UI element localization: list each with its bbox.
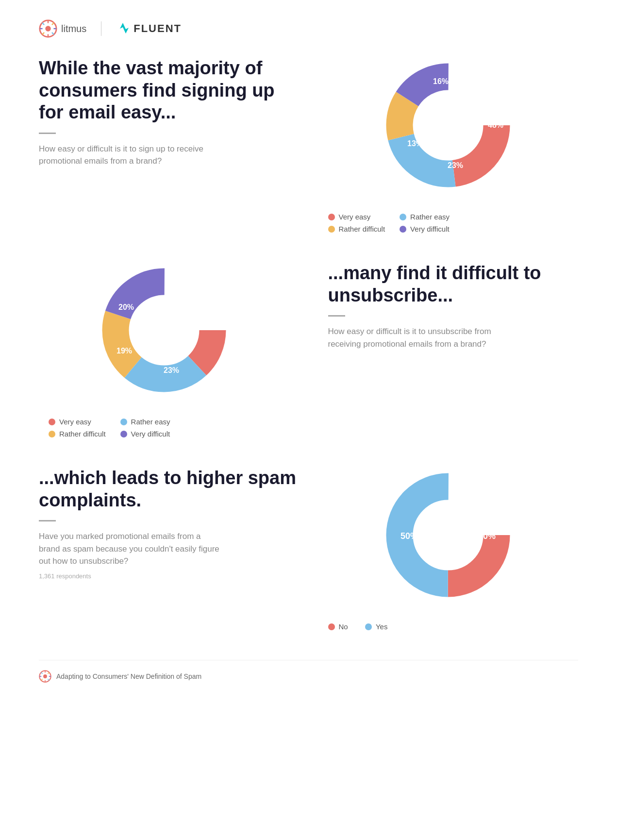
section2-title: ...many find it difficult to unsubscribe… <box>328 262 579 306</box>
svg-line-15 <box>48 679 49 680</box>
label-very-easy: 48% <box>488 121 503 129</box>
section3-legend: No Yes <box>318 622 388 631</box>
legend-rather-difficult: Rather difficult <box>328 225 385 233</box>
section3-question: Have you marked promotional emails from … <box>39 530 223 568</box>
legend-rather-easy-label: Rather easy <box>410 213 450 221</box>
legend2-rather-difficult-label: Rather difficult <box>59 430 106 438</box>
fluent-label: FLUENT <box>133 22 182 35</box>
dot2-very-easy <box>49 419 55 425</box>
label2-rather-easy: 23% <box>164 366 179 374</box>
legend3-yes: Yes <box>365 622 387 631</box>
footer: Adapting to Consumers' New Definition of… <box>39 660 578 683</box>
page: litmus FLUENT While the vast majority of… <box>0 0 617 840</box>
dot-very-difficult <box>400 226 406 233</box>
litmus-label: litmus <box>61 23 86 34</box>
label-rather-difficult: 13% <box>407 139 423 148</box>
legend2-very-difficult-label: Very difficult <box>131 430 170 438</box>
footer-litmus-icon <box>39 670 51 683</box>
legend-very-easy: Very easy <box>328 213 385 221</box>
svg-point-20 <box>43 674 47 678</box>
legend3-no: No <box>328 622 350 631</box>
label3-no: 50% <box>400 531 418 541</box>
fluent-logo: FLUENT <box>116 22 182 35</box>
section1-donut-svg: 48% 23% 13% 16% <box>380 57 516 193</box>
legend-very-difficult: Very difficult <box>400 225 457 233</box>
svg-line-6 <box>42 33 44 34</box>
section1: While the vast majority of consumers fin… <box>39 57 578 233</box>
litmus-icon <box>39 19 57 38</box>
section2-divider <box>328 315 345 317</box>
section1-divider <box>39 133 56 134</box>
label-rather-easy: 23% <box>448 161 463 169</box>
footer-text: Adapting to Consumers' New Definition of… <box>56 672 201 680</box>
logo-divider <box>101 21 101 36</box>
legend2-very-easy-label: Very easy <box>59 418 91 426</box>
section2-donut: 38% 23% 19% 20% <box>96 262 232 398</box>
section3-text: ...which leads to higher spam complaints… <box>39 467 318 580</box>
footer-branding: Adapting to Consumers' New Definition of… <box>39 670 201 683</box>
dot3-yes <box>365 623 372 630</box>
svg-line-13 <box>48 672 49 674</box>
section2-donut-svg: 38% 23% 19% 20% <box>96 262 232 398</box>
svg-point-9 <box>45 26 50 31</box>
svg-marker-10 <box>120 23 129 34</box>
legend2-very-easy: Very easy <box>49 418 106 426</box>
section3-donut-svg: 50% 50% <box>380 467 516 603</box>
donut-hole <box>418 95 478 155</box>
section3-chart-area: 50% 50% No Yes <box>318 467 579 631</box>
label3-yes: 50% <box>478 531 496 541</box>
label2-very-difficult: 20% <box>118 303 134 311</box>
legend-rather-difficult-label: Rather difficult <box>339 225 385 233</box>
header: litmus FLUENT <box>39 19 578 38</box>
svg-line-8 <box>42 23 44 25</box>
section1-legend: Very easy Rather easy Rather difficult V… <box>318 213 457 233</box>
litmus-logo: litmus <box>39 19 86 38</box>
label2-rather-difficult: 19% <box>117 347 132 355</box>
svg-line-19 <box>41 672 43 674</box>
dot-rather-difficult <box>328 226 335 233</box>
section3-respondents: 1,361 respondents <box>39 572 299 580</box>
dot-very-easy <box>328 214 335 220</box>
svg-line-4 <box>52 33 54 34</box>
svg-line-2 <box>52 23 54 25</box>
dot2-rather-difficult <box>49 431 55 437</box>
section2-text: ...many find it difficult to unsubscribe… <box>309 262 579 350</box>
section3-donut: 50% 50% <box>380 467 516 603</box>
legend-rather-easy: Rather easy <box>400 213 457 221</box>
legend-very-easy-label: Very easy <box>339 213 371 221</box>
dot2-rather-easy <box>120 419 127 425</box>
section3: ...which leads to higher spam complaints… <box>39 467 578 631</box>
legend3-yes-label: Yes <box>376 622 387 631</box>
dot2-very-difficult <box>120 431 127 437</box>
section2-chart-area: 38% 23% 19% 20% Very easy Rather easy R <box>39 262 309 438</box>
section3-title: ...which leads to higher spam complaints… <box>39 467 299 511</box>
dot3-no <box>328 623 335 630</box>
legend2-rather-easy: Rather easy <box>120 418 178 426</box>
section1-question: How easy or difficult is it to sign up t… <box>39 143 223 168</box>
legend2-rather-easy-label: Rather easy <box>131 418 170 426</box>
section2-question: How easy or difficult is it to unsubscri… <box>328 325 513 350</box>
donut2-hole <box>134 300 194 360</box>
section2-legend: Very easy Rather easy Rather difficult V… <box>39 418 177 438</box>
section1-donut: 48% 23% 13% 16% <box>380 57 516 193</box>
section2: 38% 23% 19% 20% Very easy Rather easy R <box>39 262 578 438</box>
section1-text: While the vast majority of consumers fin… <box>39 57 318 168</box>
donut3-hole <box>418 505 478 565</box>
legend-very-difficult-label: Very difficult <box>410 225 450 233</box>
dot-rather-easy <box>400 214 406 220</box>
fluent-icon <box>116 22 130 35</box>
label-very-difficult: 16% <box>433 77 449 85</box>
svg-line-17 <box>41 679 43 680</box>
legend2-very-difficult: Very difficult <box>120 430 178 438</box>
legend2-rather-difficult: Rather difficult <box>49 430 106 438</box>
section3-divider <box>39 520 56 521</box>
section1-chart-area: 48% 23% 13% 16% Very easy Rather easy R <box>318 57 579 233</box>
label2-very-easy: 38% <box>201 310 217 318</box>
section1-title: While the vast majority of consumers fin… <box>39 57 299 124</box>
legend3-no-label: No <box>339 622 348 631</box>
